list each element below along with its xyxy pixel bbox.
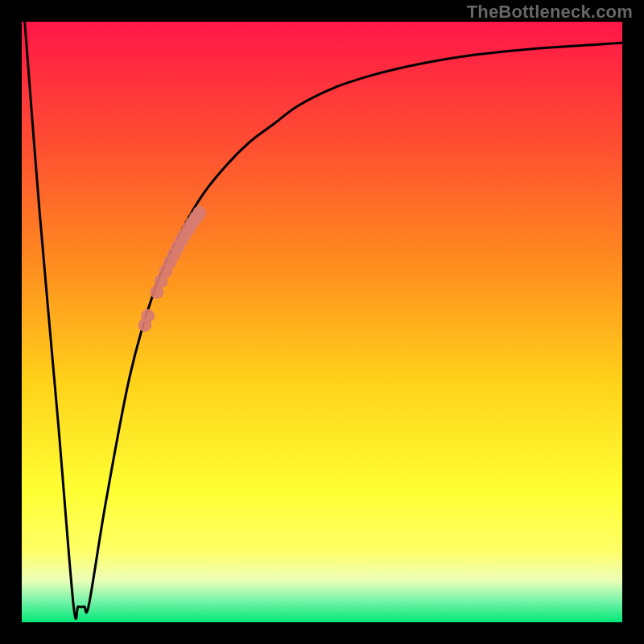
gradient-background: [22, 22, 622, 622]
highlight-dot: [141, 309, 155, 323]
bottleneck-chart: [22, 22, 622, 622]
chart-frame: TheBottleneck.com: [0, 0, 644, 644]
attribution-label: TheBottleneck.com: [467, 2, 633, 23]
highlight-dot: [192, 206, 206, 220]
